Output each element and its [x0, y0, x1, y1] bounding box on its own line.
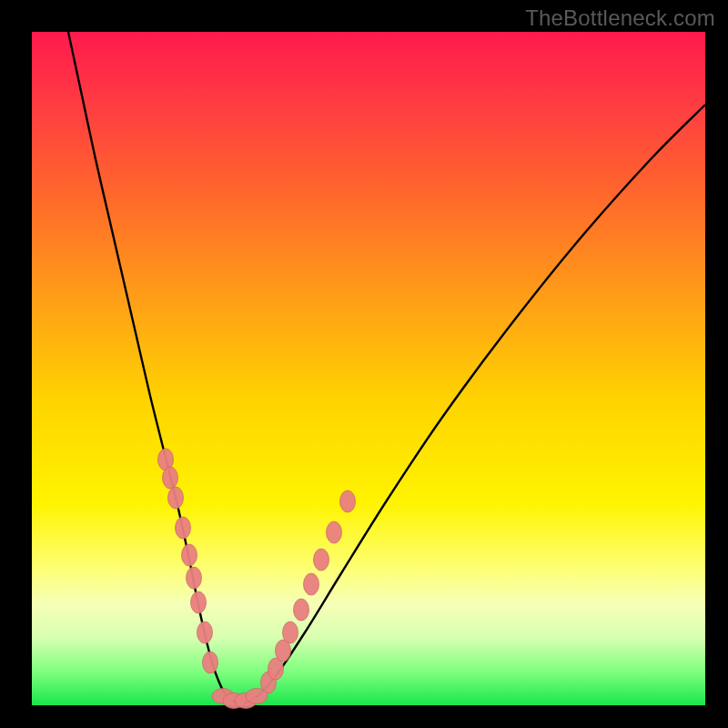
bead: [176, 517, 191, 539]
bead: [187, 567, 202, 589]
bead: [327, 521, 342, 543]
bead: [246, 689, 268, 704]
bead: [340, 490, 356, 512]
bead: [294, 599, 309, 621]
watermark-text: TheBottleneck.com: [525, 5, 715, 31]
bead: [197, 622, 213, 643]
bead: [163, 467, 178, 489]
bead: [182, 544, 197, 566]
outer-frame: TheBottleneck.com: [0, 0, 728, 728]
bead-group: [158, 449, 356, 709]
bead: [203, 652, 218, 673]
bead: [314, 549, 329, 571]
bead: [168, 487, 184, 509]
curve-overlay: [32, 32, 705, 705]
bottleneck-curve: [68, 32, 705, 703]
bead: [283, 622, 298, 643]
bead: [191, 592, 207, 613]
bead: [304, 573, 319, 595]
